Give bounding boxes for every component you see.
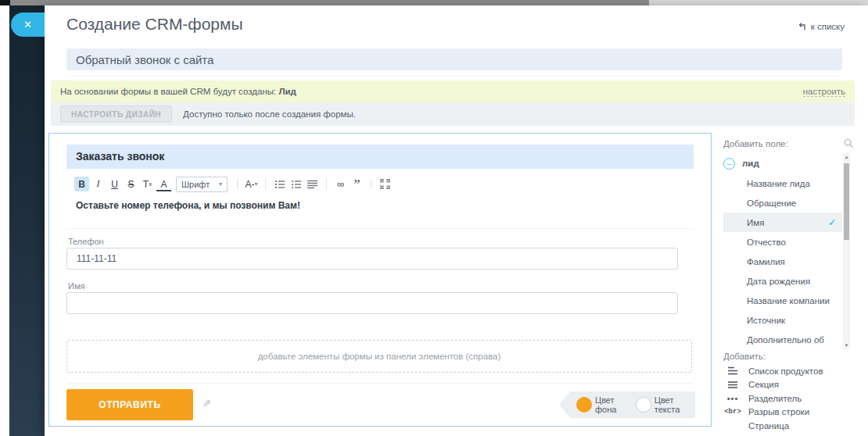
screen: ✕ Создание CRM-формы к списку На основан… — [0, 0, 868, 436]
bg-color-swatch[interactable] — [576, 397, 592, 413]
italic-button[interactable]: I — [91, 177, 106, 191]
field-item-birthdate[interactable]: Дата рождения — [723, 271, 842, 291]
section-icon — [727, 381, 738, 389]
add-field-label: Добавить поле: — [723, 139, 788, 148]
close-icon: ✕ — [23, 19, 32, 30]
back-arrow-icon — [797, 22, 806, 31]
scrollbar-thumb[interactable] — [844, 163, 849, 240]
bullet-list-icon — [291, 180, 302, 189]
text-color-label: Цвет текста — [655, 395, 695, 414]
notice-text: На основании формы в вашей CRM будут соз… — [60, 87, 276, 96]
font-select-value: Шрифт — [181, 180, 210, 189]
bold-button[interactable]: B — [74, 177, 89, 191]
fields-scrollbar[interactable]: ▲ ▼ — [843, 153, 850, 349]
insert-link-button[interactable]: ∞ — [333, 177, 348, 191]
divider — [66, 228, 694, 229]
link-icon: ∞ — [337, 178, 344, 190]
scroll-up-icon[interactable]: ▲ — [843, 153, 850, 161]
check-icon: ✓ — [828, 217, 836, 228]
field-item-last-name[interactable]: Фамилия — [723, 252, 842, 271]
lead-group-header[interactable]: – лид — [723, 153, 842, 173]
background-overlay — [9, 5, 45, 436]
collapse-minus-icon: – — [723, 158, 735, 170]
caret-down-icon: ▾ — [254, 180, 257, 188]
text-color-button[interactable]: A — [156, 178, 171, 191]
form-editor-card: Заказать звонок B I U S Tx A Шрифт ▾ A-▾ — [48, 133, 712, 427]
field-item-company-name[interactable]: Название компании — [723, 291, 842, 310]
close-slider-button[interactable]: ✕ — [11, 13, 45, 37]
field-item-middle-name[interactable]: Отчество — [723, 232, 842, 252]
form-elements-dropzone[interactable]: добавьте элементы формы из панели элемен… — [66, 340, 692, 373]
crm-entity-notice: На основании формы в вашей CRM будут соз… — [51, 80, 855, 102]
field-item-lead-name[interactable]: Название лида — [723, 173, 842, 193]
fullscreen-icon — [380, 179, 390, 189]
field-item-source[interactable]: Источник — [723, 310, 842, 330]
bullet-list-button[interactable] — [289, 177, 303, 191]
setup-design-button[interactable]: НАСТРОИТЬ ДИЗАЙН — [60, 105, 172, 123]
button-color-toggle: Цвет фона Цвет текста — [559, 391, 695, 418]
divider — [66, 383, 694, 384]
design-hint: Доступно только после создания формы. — [183, 109, 356, 119]
product-list-icon — [727, 366, 738, 375]
ordered-list-icon — [274, 180, 285, 189]
divider-dots-icon: ••• — [723, 394, 742, 403]
phone-field-input[interactable] — [66, 248, 678, 270]
crm-form-slider: Создание CRM-формы к списку На основании… — [45, 5, 868, 436]
add-field-header: Добавить поле: — [723, 138, 854, 148]
field-item-source-details[interactable]: Дополнительно об — [723, 330, 842, 349]
field-item-name[interactable]: Имя ✓ — [723, 213, 842, 232]
design-bar: НАСТРОИТЬ ДИЗАЙН Доступно только после с… — [51, 102, 855, 126]
clear-format-button[interactable]: Tx — [140, 177, 155, 191]
quote-icon: ” — [353, 180, 360, 188]
br-tag-icon: <br> — [723, 408, 742, 416]
form-description-text[interactable]: Оставьте номер телефона, и мы позвоним В… — [76, 200, 300, 211]
form-name-input[interactable] — [66, 48, 842, 70]
align-icon — [307, 180, 317, 189]
text-color-swatch[interactable] — [636, 397, 651, 413]
align-button[interactable] — [305, 177, 320, 191]
notice-entity: Лид — [278, 87, 296, 96]
rich-text-toolbar: B I U S Tx A Шрифт ▾ A-▾ — [66, 176, 694, 192]
add-item-line-break[interactable]: <br> Разрыв строки — [723, 406, 854, 420]
edit-button-label-icon[interactable]: ✎ — [203, 398, 211, 409]
form-title[interactable]: Заказать звонок — [66, 145, 694, 169]
font-size-button[interactable]: A-▾ — [244, 177, 259, 191]
add-item-divider[interactable]: ••• Разделитель — [723, 391, 854, 406]
submit-button[interactable]: ОТПРАВИТЬ — [66, 389, 193, 420]
page-title: Создание CRM-формы — [66, 15, 243, 34]
add-item-product-list[interactable]: Список продуктов — [723, 364, 854, 378]
name-field-input[interactable] — [66, 292, 678, 314]
name-field-label: Имя — [68, 281, 84, 291]
window-top-edge — [0, 0, 868, 5]
group-name: лид — [742, 159, 759, 168]
phone-field-label: Телефон — [68, 237, 104, 246]
back-to-list-label: к списку — [811, 22, 845, 31]
add-item-section[interactable]: Секция — [723, 378, 854, 392]
quote-button[interactable]: ” — [350, 177, 364, 191]
ordered-list-button[interactable] — [272, 177, 287, 191]
bg-color-label: Цвет фона — [595, 395, 633, 414]
search-icon[interactable] — [844, 138, 854, 148]
field-item-salutation[interactable]: Обращение — [723, 193, 842, 213]
configure-link[interactable]: настроить — [803, 87, 845, 97]
lead-fields-list: – лид Название лида Обращение Имя ✓ Отче… — [723, 153, 842, 349]
add-item-page[interactable]: Страница — [723, 419, 854, 433]
back-to-list-link[interactable]: к списку — [797, 22, 845, 31]
dropzone-text: добавьте элементы формы из панели элемен… — [258, 352, 501, 361]
fullscreen-button[interactable] — [378, 177, 393, 191]
caret-down-icon: ▾ — [219, 180, 222, 188]
strikethrough-button[interactable]: S — [124, 177, 138, 191]
underline-button[interactable]: U — [107, 177, 122, 191]
add-elements-label: Добавить: — [723, 352, 766, 361]
font-select[interactable]: Шрифт ▾ — [176, 177, 228, 192]
scroll-down-icon[interactable]: ▼ — [843, 341, 850, 349]
header-divider — [66, 76, 842, 77]
add-elements-list: Список продуктов Секция ••• Разделитель … — [723, 364, 854, 433]
